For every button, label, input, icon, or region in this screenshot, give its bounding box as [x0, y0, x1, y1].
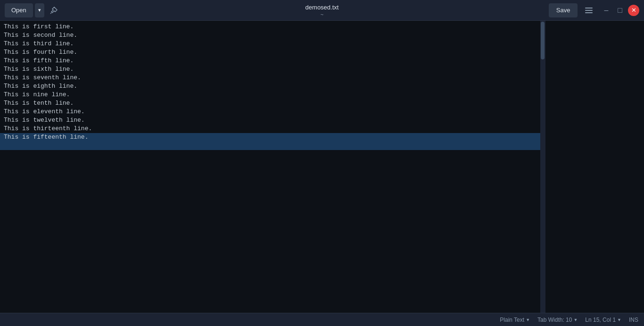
- plain-text-label: Plain Text: [500, 317, 524, 323]
- scrollbar-thumb[interactable]: [541, 22, 545, 59]
- text-line: This is second line.: [0, 31, 545, 40]
- hamburger-icon: [583, 6, 594, 15]
- tab-width-label: Tab Width: 10: [537, 317, 572, 323]
- text-line: This is fifth line.: [0, 57, 545, 65]
- text-line: This is fourth line.: [0, 48, 545, 57]
- cursor-pos-label: Ln 15, Col 1: [585, 317, 616, 323]
- text-line: This is nine line.: [0, 91, 545, 99]
- open-button[interactable]: Open: [5, 3, 33, 17]
- filename-label: demosed.txt: [305, 4, 339, 11]
- close-button[interactable]: ✕: [628, 5, 639, 16]
- tab-width-chevron: ▼: [573, 318, 578, 322]
- text-line: This is tenth line.: [0, 99, 545, 108]
- titlebar-left: Open ▾: [5, 3, 61, 17]
- svg-line-0: [50, 13, 51, 14]
- plain-text-chevron: ▼: [526, 318, 530, 322]
- save-button[interactable]: Save: [549, 3, 578, 17]
- text-line: This is eleventh line.: [0, 108, 545, 116]
- statusbar: Plain Text ▼ Tab Width: 10 ▼ Ln 15, Col …: [0, 313, 644, 326]
- plain-text-selector[interactable]: Plain Text ▼: [500, 317, 530, 323]
- text-line: This is fifteenth line.: [0, 133, 545, 142]
- titlebar-center: demosed.txt ~: [305, 3, 339, 17]
- text-line: This is third line.: [0, 40, 545, 48]
- text-content[interactable]: This is first line.This is second line.T…: [0, 21, 545, 313]
- titlebar: Open ▾ demosed.txt ~ Save – □ ✕: [0, 0, 644, 21]
- maximize-button[interactable]: □: [614, 3, 626, 17]
- text-line: This is twelveth line.: [0, 116, 545, 125]
- cursor-position[interactable]: Ln 15, Col 1 ▼: [585, 317, 621, 323]
- main-content: This is first line.This is second line.T…: [0, 21, 644, 313]
- minimize-button[interactable]: –: [600, 3, 612, 17]
- ins-label: INS: [629, 317, 638, 323]
- modified-indicator: ~: [305, 12, 339, 17]
- menu-button[interactable]: [579, 3, 598, 17]
- tab-width-selector[interactable]: Tab Width: 10 ▼: [537, 317, 578, 323]
- selected-empty-line: [0, 142, 545, 150]
- text-line: This is eighth line.: [0, 82, 545, 91]
- right-panel: [545, 21, 644, 313]
- text-line: This is seventh line.: [0, 74, 545, 82]
- pin-icon: [50, 7, 58, 14]
- pin-button[interactable]: [46, 3, 61, 17]
- editor-area[interactable]: This is first line.This is second line.T…: [0, 21, 545, 313]
- text-line: This is first line.: [0, 23, 545, 31]
- scrollbar[interactable]: [540, 21, 545, 313]
- titlebar-right: Save – □ ✕: [549, 3, 639, 17]
- open-dropdown-button[interactable]: ▾: [35, 3, 44, 17]
- cursor-pos-chevron: ▼: [617, 318, 621, 322]
- text-line: This is sixth line.: [0, 65, 545, 74]
- text-line: This is thirteenth line.: [0, 125, 545, 133]
